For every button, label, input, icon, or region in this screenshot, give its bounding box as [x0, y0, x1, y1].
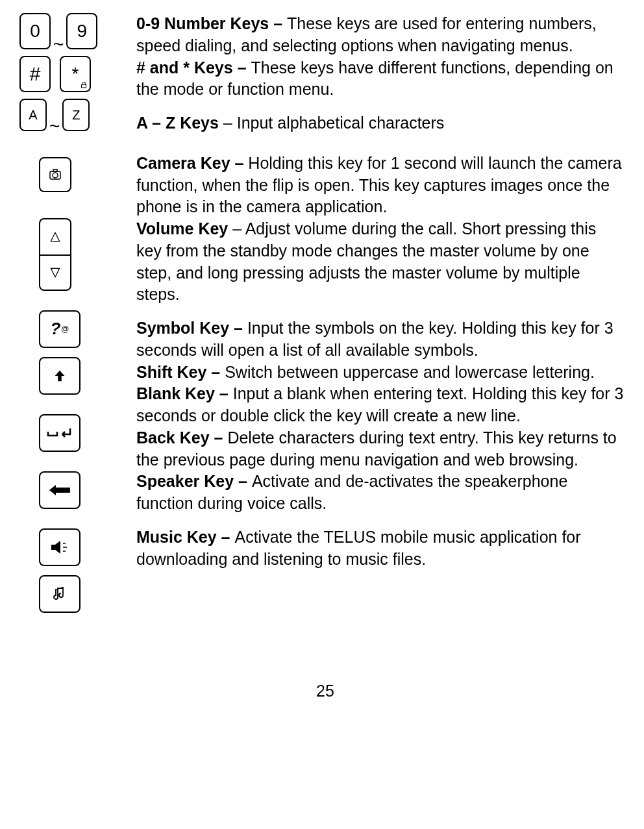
- para-number-keys: 0-9 Number Keys – These keys are used fo…: [136, 13, 625, 57]
- para-az: A – Z Keys – Input alphabetical characte…: [136, 112, 625, 134]
- music-note-icon: [39, 575, 80, 613]
- sep-volume: –: [228, 219, 245, 238]
- key-z-icon: Z: [62, 99, 90, 131]
- key-star-icon: *: [60, 56, 91, 92]
- content-row: 0 ~ 9 # * A ~ Z: [19, 13, 631, 622]
- arrow-left-icon: [39, 471, 80, 509]
- svg-rect-2: [53, 169, 57, 171]
- star-glyph: *: [72, 62, 79, 86]
- key-a-icon: A: [19, 99, 47, 131]
- para-speaker: Speaker Key – Activate and de-activates …: [136, 471, 625, 515]
- icon-column: 0 ~ 9 # * A ~ Z: [19, 13, 136, 622]
- question-at-icon: ?@: [39, 310, 80, 348]
- lock-small-icon: [80, 81, 88, 89]
- body-shift: Switch between uppercase and lowercase l…: [225, 363, 595, 381]
- back-key-icon: [39, 471, 136, 509]
- para-back: Back Key – Delete characters during text…: [136, 427, 625, 471]
- description-column: 0-9 Number Keys – These keys are used fo…: [136, 13, 631, 570]
- number-keys-icon: 0 ~ 9: [19, 13, 136, 49]
- para-shift: Shift Key – Switch between uppercase and…: [136, 362, 625, 384]
- volume-up-icon: [39, 218, 71, 254]
- speaker-icon: [39, 528, 80, 566]
- para-blank: Blank Key – Input a blank when entering …: [136, 383, 625, 427]
- svg-point-1: [53, 173, 58, 178]
- page-number: 25: [19, 680, 631, 702]
- title-hash-star: # and * Keys –: [136, 58, 251, 77]
- para-symbol: Symbol Key – Input the symbols on the ke…: [136, 317, 625, 362]
- sep-az: –: [219, 114, 237, 132]
- symbol-key-icon: ?@: [39, 310, 136, 348]
- body-az: Input alphabetical characters: [237, 114, 445, 132]
- speaker-key-icon: [39, 528, 136, 566]
- volume-down-icon: [39, 254, 71, 291]
- title-camera: Camera Key –: [136, 154, 248, 172]
- tilde-icon-2: ~: [49, 114, 60, 139]
- title-symbol: Symbol Key –: [136, 319, 247, 337]
- key-9-icon: 9: [66, 13, 97, 49]
- para-volume: Volume Key – Adjust volume during the ca…: [136, 218, 625, 306]
- title-speaker: Speaker Key –: [136, 472, 252, 490]
- title-shift: Shift Key –: [136, 363, 225, 381]
- title-blank: Blank Key –: [136, 384, 233, 402]
- title-number-keys: 0-9 Number Keys –: [136, 14, 287, 32]
- volume-key-icon: [39, 218, 71, 291]
- camera-icon: [39, 157, 71, 192]
- hash-star-keys-icon: # *: [19, 56, 136, 92]
- shift-key-icon: [39, 357, 136, 395]
- space-enter-icon: [39, 414, 80, 452]
- camera-key-icon: [39, 157, 136, 192]
- letter-keys-icon: A ~ Z: [19, 99, 136, 131]
- para-music: Music Key – Activate the TELUS mobile mu…: [136, 526, 625, 571]
- blank-key-icon: [39, 414, 136, 452]
- title-back: Back Key –: [136, 428, 227, 447]
- key-hash-icon: #: [19, 56, 51, 92]
- title-volume: Volume Key: [136, 219, 228, 238]
- arrow-up-icon: [39, 357, 80, 395]
- title-az: A – Z Keys: [136, 114, 219, 132]
- key-0-icon: 0: [19, 13, 51, 49]
- title-music: Music Key –: [136, 528, 234, 546]
- para-hash-star: # and * Keys – These keys have different…: [136, 57, 625, 101]
- music-key-icon: [39, 575, 136, 613]
- tilde-icon: ~: [53, 32, 64, 57]
- para-camera: Camera Key – Holding this key for 1 seco…: [136, 153, 625, 218]
